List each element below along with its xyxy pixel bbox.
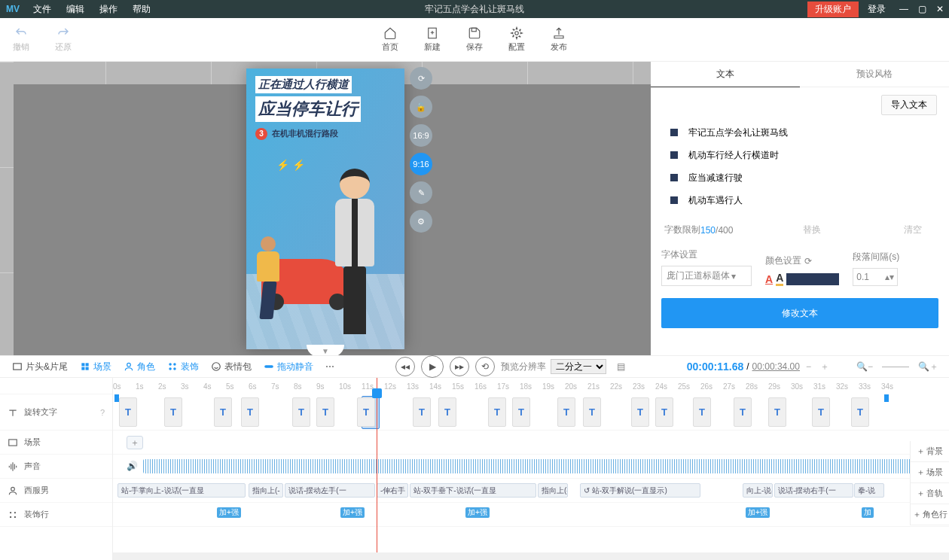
text-clip[interactable]: T: [214, 397, 232, 427]
lock-button[interactable]: 🔓: [410, 96, 432, 118]
head-tail-tab[interactable]: 片头&片尾: [8, 361, 72, 373]
next-button[interactable]: ▸▸: [450, 357, 469, 376]
tab-preset[interactable]: 预设风格: [800, 62, 949, 87]
character-clip[interactable]: ↺ 站-双手解说(一直显示): [580, 483, 700, 498]
import-text-button[interactable]: 导入文本: [881, 95, 937, 115]
menu-action[interactable]: 操作: [92, 3, 125, 16]
decoration-clip[interactable]: 加: [862, 507, 874, 518]
zoom-slider[interactable]: ———: [879, 361, 912, 372]
menu-help[interactable]: 帮助: [125, 3, 158, 16]
panel-collapse-handle[interactable]: ▼: [307, 345, 344, 355]
text-clip[interactable]: T: [119, 397, 137, 427]
time-ruler[interactable]: 0s1s2s3s4s5s6s7s8s9s10s11s12s13s14s15s16…: [113, 378, 949, 394]
role-tab[interactable]: 角色: [119, 361, 160, 373]
text-clip[interactable]: T: [631, 397, 649, 427]
text-clip[interactable]: T: [583, 397, 601, 427]
prev-button[interactable]: ◂◂: [395, 357, 415, 376]
decoration-clip[interactable]: 加+强: [465, 507, 490, 518]
add-scene-button[interactable]: ＋场景: [911, 462, 949, 483]
stepper-icon[interactable]: ▴▾: [885, 272, 894, 282]
text-clip[interactable]: T: [693, 397, 711, 427]
drag-mute-toggle[interactable]: 拖动静音: [259, 361, 318, 373]
redo-button[interactable]: 还原: [42, 26, 84, 53]
list-item[interactable]: 机动车行经人行横道时: [670, 144, 929, 166]
text-clip[interactable]: T: [413, 397, 431, 427]
decoration-track[interactable]: 加+强加+强加+强加+强加: [113, 503, 949, 527]
maximize-icon[interactable]: ▢: [913, 4, 931, 14]
preview-select[interactable]: 二分之一: [551, 359, 606, 374]
layers-icon[interactable]: ▤: [612, 361, 630, 372]
add-role-row-button[interactable]: ＋角色行: [911, 504, 949, 525]
color-swatch[interactable]: [786, 273, 839, 285]
edit-button[interactable]: ✎: [410, 181, 432, 204]
character-clip[interactable]: 站-双手垂下-说话(一直显: [410, 483, 536, 498]
track-label-sound[interactable]: 声音: [0, 455, 112, 479]
text-clip[interactable]: T: [812, 397, 830, 427]
loop-button[interactable]: ⟲: [475, 357, 495, 376]
zoom-out-lens-icon[interactable]: 🔍−: [853, 361, 876, 372]
close-icon[interactable]: ✕: [931, 4, 949, 14]
text-clip[interactable]: T: [357, 397, 375, 427]
help-icon[interactable]: ?: [100, 408, 105, 417]
settings-button[interactable]: ⚙: [410, 210, 432, 233]
refresh-button[interactable]: ⟳: [410, 67, 432, 90]
gap-input[interactable]: 0.1▴▾: [853, 268, 898, 286]
track-label-scene[interactable]: 场景: [0, 431, 112, 455]
add-scene-clip[interactable]: ＋: [127, 436, 143, 449]
play-button[interactable]: ▶: [421, 355, 444, 378]
login-button[interactable]: 登录: [859, 3, 895, 16]
zoom-out-icon[interactable]: −: [803, 361, 814, 372]
text-clip[interactable]: T: [438, 397, 456, 427]
text-clip[interactable]: T: [488, 397, 506, 427]
character-clip[interactable]: 站-手掌向上-说话(一直显: [117, 483, 246, 498]
character-clip[interactable]: 说话-摆动左手(一: [285, 483, 375, 498]
character-clip[interactable]: 指向上(-: [538, 483, 568, 498]
zoom-in-icon[interactable]: ＋: [817, 361, 832, 373]
clear-button[interactable]: 清空: [890, 224, 935, 236]
list-item[interactable]: 应当减速行驶: [670, 166, 929, 189]
new-button[interactable]: 新建: [411, 26, 453, 53]
emoji-tab[interactable]: 表情包: [206, 361, 256, 373]
home-button[interactable]: 首页: [369, 26, 411, 53]
refresh-icon[interactable]: ⟳: [804, 256, 812, 266]
save-button[interactable]: 保存: [453, 26, 496, 53]
text-clip[interactable]: T: [241, 397, 259, 427]
add-background-button[interactable]: ＋背景: [911, 441, 949, 462]
decoration-clip[interactable]: 加+强: [340, 507, 365, 518]
horizontal-scrollbar[interactable]: [113, 552, 949, 560]
character-clip[interactable]: 指向上(-: [249, 483, 283, 498]
more-button[interactable]: ⋯: [321, 361, 339, 372]
publish-button[interactable]: 发布: [538, 26, 580, 53]
menu-file[interactable]: 文件: [26, 3, 59, 16]
decoration-clip[interactable]: 加+强: [217, 507, 241, 518]
decoration-clip[interactable]: 加+强: [746, 507, 770, 518]
aspect-16-9-button[interactable]: 16:9: [410, 124, 432, 147]
upgrade-button[interactable]: 升级账户: [807, 2, 859, 17]
zoom-in-lens-icon[interactable]: 🔍＋: [915, 361, 941, 373]
text-clip[interactable]: T: [292, 397, 310, 427]
sound-track[interactable]: 🔊: [113, 455, 949, 479]
scene-track[interactable]: ＋: [113, 431, 949, 455]
total-time[interactable]: 00:00:34.00: [752, 361, 800, 372]
tracks-area[interactable]: 0s1s2s3s4s5s6s7s8s9s10s11s12s13s14s15s16…: [113, 378, 949, 560]
menu-edit[interactable]: 编辑: [59, 3, 92, 16]
text-clip[interactable]: T: [851, 397, 869, 427]
aspect-9-16-button[interactable]: 9:16: [410, 153, 432, 175]
tab-text[interactable]: 文本: [651, 62, 800, 87]
scene-tab[interactable]: 场景: [75, 361, 116, 373]
character-clip[interactable]: 说话-摆动右手(一: [774, 483, 853, 498]
character-track[interactable]: 站-手掌向上-说话(一直显指向上(-说话-摆动左手(一-伸右手站-双手垂下-说话…: [113, 479, 949, 503]
canvas[interactable]: 正在通过人行横道 应当停车让行 3 在机非机混行路段 ⚡ ⚡: [246, 68, 404, 349]
list-item[interactable]: 机动车遇行人: [670, 189, 929, 212]
minimize-icon[interactable]: —: [895, 4, 913, 14]
text-clip[interactable]: T: [768, 397, 786, 427]
replace-button[interactable]: 替换: [789, 224, 835, 236]
text-clip[interactable]: T: [316, 397, 334, 427]
modify-text-button[interactable]: 修改文本: [661, 298, 938, 328]
text-track[interactable]: TTTTTTTTTTTTTTTTTTTT: [113, 394, 949, 431]
playhead[interactable]: [377, 378, 377, 560]
font-select[interactable]: 庞门正道标题体▾: [661, 266, 752, 286]
text-clip[interactable]: T: [734, 397, 752, 427]
text-clip[interactable]: T: [512, 397, 530, 427]
undo-button[interactable]: 撤销: [0, 26, 42, 53]
